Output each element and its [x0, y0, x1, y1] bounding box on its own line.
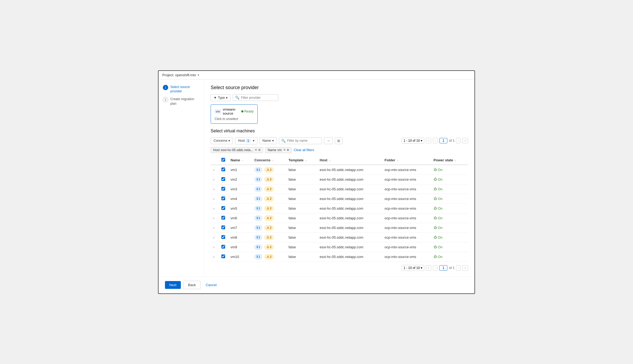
warn-badge[interactable]: ⚠ 2 — [264, 216, 274, 221]
row-folder: ocp-mtv-source-vms — [382, 242, 431, 252]
row-expand-arrow[interactable]: › — [213, 236, 214, 239]
row-checkbox[interactable] — [221, 254, 225, 258]
row-concerns: ℹ 1 ⚠ 2 — [252, 194, 286, 203]
columns-button[interactable]: ⊞ — [335, 137, 343, 144]
row-checkbox[interactable] — [221, 216, 225, 220]
row-checkbox[interactable] — [221, 196, 225, 200]
page-size-button[interactable]: 1 - 10 of 10 ▾ — [402, 138, 424, 144]
name-chip-clear-icon[interactable]: ⊗ — [287, 148, 289, 152]
main-window: Project: openshift-mtv ▾ 1 Select source… — [158, 70, 475, 294]
info-badge[interactable]: ℹ 1 — [254, 235, 262, 240]
cancel-button[interactable]: Cancel — [203, 281, 219, 289]
provider-filter-input-wrapper: 🔍 — [233, 94, 278, 101]
row-checkbox[interactable] — [221, 187, 225, 191]
prev-page-button-bottom[interactable]: ‹ — [433, 265, 438, 271]
select-all-checkbox[interactable] — [221, 158, 225, 162]
page-range-top: 1 - 10 of 10 — [404, 139, 420, 143]
unselect-link[interactable]: Click to unselect — [215, 117, 254, 121]
name-chip-remove[interactable]: ✕ — [283, 148, 286, 152]
row-expand-arrow[interactable]: › — [213, 255, 214, 259]
host-filter-button[interactable]: Host 1 ▾ — [235, 137, 257, 144]
name-dropdown-icon: ▾ — [272, 139, 274, 143]
warn-badge[interactable]: ⚠ 2 — [264, 206, 274, 211]
row-checkbox[interactable] — [221, 206, 225, 210]
power-on-status: ⏻ On — [434, 235, 465, 239]
first-page-button[interactable]: « — [426, 138, 431, 143]
info-badge[interactable]: ℹ 1 — [254, 216, 262, 221]
table-row: › vm9 ℹ 1 ⚠ 2 false esxi-hc-05.sddc.neta… — [211, 242, 468, 252]
row-checkbox[interactable] — [221, 245, 225, 249]
row-expand-arrow[interactable]: › — [213, 187, 214, 191]
info-badge[interactable]: ℹ 1 — [254, 196, 262, 201]
row-expand-arrow[interactable]: › — [213, 216, 214, 220]
info-badge[interactable]: ℹ 1 — [254, 167, 262, 172]
last-page-button[interactable]: » — [462, 138, 468, 143]
power-icon: ⏻ — [434, 216, 437, 220]
host-col-header[interactable]: Host ↕ — [317, 156, 382, 165]
warn-badge[interactable]: ⚠ 2 — [264, 235, 274, 240]
row-template: false — [286, 194, 317, 203]
concerns-col-header[interactable]: Concerns ↕ — [252, 156, 286, 165]
name-filter-input[interactable] — [287, 139, 319, 143]
last-page-button-bottom[interactable]: » — [462, 265, 468, 271]
row-checkbox[interactable] — [221, 168, 225, 171]
folder-col-header[interactable]: Folder ↕ — [382, 156, 431, 165]
warn-badge[interactable]: ⚠ 2 — [264, 177, 274, 182]
warn-badge[interactable]: ⚠ 2 — [264, 254, 274, 259]
row-checkbox[interactable] — [221, 235, 225, 239]
row-checkbox[interactable] — [221, 225, 225, 229]
info-badge[interactable]: ℹ 1 — [254, 254, 262, 259]
concerns-dropdown-icon: ▾ — [228, 139, 230, 143]
template-sort-icon: ↕ — [305, 159, 307, 162]
row-expand-arrow[interactable]: › — [213, 168, 214, 172]
type-filter-button[interactable]: ▼ Type ▾ — [211, 94, 231, 101]
row-expand-arrow[interactable]: › — [213, 207, 214, 210]
host-chip-clear-icon[interactable]: ⊗ — [258, 148, 261, 152]
warn-badge[interactable]: ⚠ 2 — [264, 187, 274, 192]
title-dropdown-arrow[interactable]: ▾ — [198, 74, 199, 77]
row-template: false — [286, 213, 317, 223]
next-page-button[interactable]: › — [456, 138, 461, 143]
row-expand-arrow[interactable]: › — [213, 178, 214, 181]
row-checkbox[interactable] — [221, 177, 225, 181]
name-filter-button[interactable]: Name ▾ — [260, 137, 277, 144]
row-template: false — [286, 165, 317, 175]
warn-badge[interactable]: ⚠ 2 — [264, 196, 274, 201]
title-bar: Project: openshift-mtv ▾ — [159, 71, 474, 79]
warn-badge[interactable]: ⚠ 2 — [264, 225, 274, 230]
row-expand-arrow[interactable]: › — [213, 226, 214, 230]
row-expand-arrow[interactable]: › — [213, 245, 214, 249]
row-expand-arrow[interactable]: › — [213, 197, 214, 201]
clear-all-filters-link[interactable]: Clear all filters — [294, 148, 314, 152]
table-row: › vm8 ℹ 1 ⚠ 2 false esxi-hc-05.sddc.neta… — [211, 232, 468, 242]
prev-page-button[interactable]: ‹ — [433, 138, 438, 143]
power-icon: ⏻ — [434, 206, 437, 210]
page-input[interactable] — [439, 138, 447, 143]
name-sort-icon: ↑ — [242, 159, 243, 162]
row-checkbox-cell — [219, 184, 228, 194]
info-badge[interactable]: ℹ 1 — [254, 245, 262, 250]
concerns-sort-icon: ↕ — [272, 159, 274, 162]
info-badge[interactable]: ℹ 1 — [254, 206, 262, 211]
warn-badge[interactable]: ⚠ 2 — [264, 167, 274, 172]
template-col-header[interactable]: Template ↕ — [286, 156, 317, 165]
provider-card[interactable]: vm vmware-source Ready Click to unselect — [211, 104, 258, 124]
filter-apply-button[interactable]: → — [324, 137, 333, 144]
name-col-header[interactable]: Name ↑ — [228, 156, 252, 165]
page-input-bottom[interactable] — [439, 265, 447, 271]
page-size-button-bottom[interactable]: 1 - 10 of 10 ▾ — [402, 265, 424, 271]
info-badge[interactable]: ℹ 1 — [254, 187, 262, 192]
row-concerns: ℹ 1 ⚠ 2 — [252, 165, 286, 175]
next-page-button-bottom[interactable]: › — [456, 265, 461, 271]
warn-badge[interactable]: ⚠ 2 — [264, 245, 274, 250]
provider-filter-input[interactable] — [241, 96, 276, 100]
first-page-button-bottom[interactable]: « — [426, 265, 431, 271]
info-badge[interactable]: ℹ 1 — [254, 225, 262, 230]
info-badge[interactable]: ℹ 1 — [254, 177, 262, 182]
row-checkbox-cell — [219, 165, 228, 175]
power-col-header[interactable]: Power state ↕ — [431, 156, 468, 165]
back-button[interactable]: Back — [184, 281, 200, 289]
concerns-filter-button[interactable]: Concerns ▾ — [211, 137, 233, 144]
host-chip-remove[interactable]: ✕ — [255, 148, 257, 152]
next-button[interactable]: Next — [165, 281, 181, 289]
